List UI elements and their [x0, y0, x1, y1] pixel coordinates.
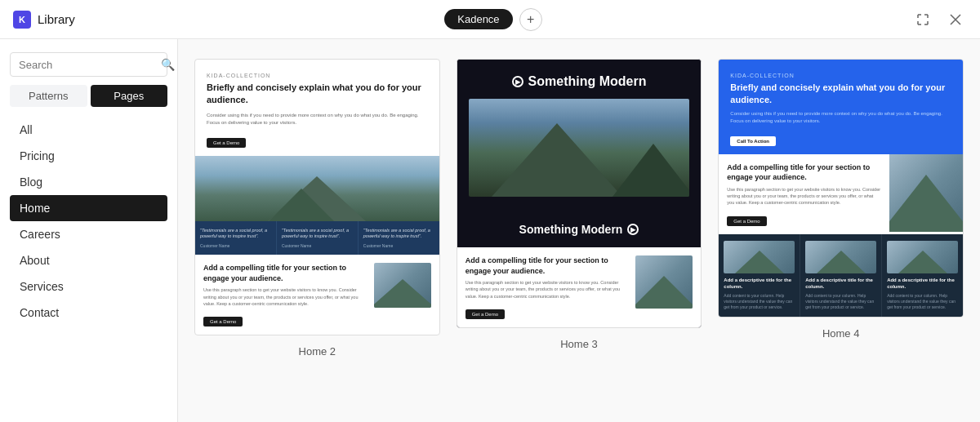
nav-item-blog[interactable]: Blog [10, 169, 167, 195]
h2-mountain-image [195, 156, 439, 221]
h4-bottom-image-1 [724, 241, 795, 273]
search-bar[interactable]: 🔍 [10, 52, 167, 77]
h2-section2-text: Add a compelling title for your section … [203, 263, 374, 326]
h4-bottom-text-1: Add content to your column. Help visitor… [724, 293, 795, 310]
h3-section2-image [635, 255, 693, 309]
h4-mid-text: Add a compelling title for your section … [719, 154, 889, 234]
h4-hero-text: Consider using this if you need to provi… [730, 110, 951, 125]
h4-hero-label: KIDA-COLLECTION [730, 73, 951, 78]
search-icon: 🔍 [161, 58, 175, 71]
h4-hero: KIDA-COLLECTION Briefly and concisely ex… [719, 60, 963, 154]
main-content: KIDA-COLLECTION Briefly and concisely ex… [178, 39, 980, 422]
search-input[interactable] [19, 59, 156, 71]
header-right [911, 8, 967, 31]
nav-item-all[interactable]: All [10, 117, 167, 143]
h4-bottom-image-3 [887, 241, 958, 273]
h3-section2-title: Add a compelling title for your section … [466, 255, 630, 276]
card-label-home2: Home 2 [299, 345, 336, 358]
h3-bottom: Something Modern ▶ [457, 211, 702, 247]
h4-bottom-grid: Add a descriptive title for the column. … [719, 234, 963, 317]
h4-mid-body: Use this paragraph section to get your w… [727, 186, 881, 207]
h2-hero-btn: Get a Demo [207, 138, 246, 148]
h3-section2: Add a compelling title for your section … [457, 247, 702, 327]
card-container-home2: KIDA-COLLECTION Briefly and concisely ex… [194, 59, 440, 358]
h2-section2-body: Use this paragraph section to get your w… [203, 287, 368, 307]
h4-bottom-text-2: Add content to your column. Help visitor… [805, 293, 876, 310]
header-center: Kadence + [444, 8, 541, 31]
card-home2[interactable]: KIDA-COLLECTION Briefly and concisely ex… [194, 59, 440, 335]
header: K Library Kadence + [0, 0, 980, 39]
h3-circle-icon: ▶ [512, 76, 523, 87]
close-button[interactable] [944, 8, 967, 31]
h3-hero: ▶ Something Modern [457, 60, 702, 211]
tab-pages[interactable]: Pages [91, 85, 168, 107]
h3-bottom-title: Something Modern ▶ [469, 223, 690, 236]
h4-bottom-text-3: Add content to your column. Help visitor… [887, 293, 958, 310]
cards-row: KIDA-COLLECTION Briefly and concisely ex… [194, 59, 964, 358]
h2-section2-btn: Get a Demo [203, 317, 243, 326]
h4-hero-title: Briefly and concisely explain what you d… [730, 82, 951, 107]
h2-section2: Add a compelling title for your section … [195, 255, 439, 335]
kadence-badge[interactable]: Kadence [444, 9, 512, 29]
h2-hero-label: KIDA-COLLECTION [207, 73, 428, 78]
h4-bottom-item-1: Add a descriptive title for the column. … [719, 234, 800, 317]
h2-section2-title: Add a compelling title for your section … [203, 263, 368, 283]
h3-mountain-image [469, 99, 690, 197]
h2-testimonial-3: "Testimonials are a social proof, a powe… [359, 221, 439, 255]
h4-bottom-title-2: Add a descriptive title for the column. [805, 277, 876, 291]
nav-item-careers[interactable]: Careers [10, 221, 167, 247]
tabs-row: Patterns Pages [10, 85, 167, 107]
h2-section2-image [374, 263, 431, 308]
card-home3[interactable]: ▶ Something Modern Something Modern ▶ [457, 59, 702, 328]
h4-hero-btn: Call To Action [730, 136, 776, 146]
h4-mid-image [889, 154, 963, 232]
h3-section2-text: Add a compelling title for your section … [466, 255, 636, 319]
h2-test-name-1: Customer Name [200, 243, 271, 248]
h4-bottom-image-2 [805, 241, 876, 273]
nav-item-services[interactable]: Services [10, 273, 167, 300]
nav-item-about[interactable]: About [10, 247, 167, 273]
card-label-home4: Home 4 [822, 327, 860, 340]
expand-button[interactable] [911, 8, 934, 31]
app-title: Library [38, 12, 75, 26]
nav-item-contact[interactable]: Contact [10, 300, 167, 326]
h2-test-name-2: Customer Name [282, 243, 353, 248]
h4-bottom-title-1: Add a descriptive title for the column. [724, 277, 795, 291]
card-container-home3: ▶ Something Modern Something Modern ▶ [457, 59, 702, 350]
h3-section2-body: Use this paragraph section to get your w… [466, 279, 630, 300]
h2-hero-title: Briefly and concisely explain what you d… [207, 82, 428, 107]
tab-patterns[interactable]: Patterns [10, 85, 87, 107]
nav-list: All Pricing Blog Home Careers About Serv… [10, 117, 167, 326]
h2-test-text-1: "Testimonials are a social proof, a powe… [200, 228, 271, 240]
h2-test-name-3: Customer Name [363, 243, 434, 248]
h2-hero-text: Consider using this if you need to provi… [207, 112, 428, 127]
h2-testimonial-2: "Testimonials are a social proof, a powe… [277, 221, 359, 255]
nav-item-pricing[interactable]: Pricing [10, 143, 167, 169]
body: 🔍 Patterns Pages All Pricing Blog Home C… [0, 39, 980, 422]
card-container-home4: KIDA-COLLECTION Briefly and concisely ex… [718, 59, 964, 340]
header-left: K Library [13, 11, 75, 29]
h2-testimonials: "Testimonials are a social proof, a powe… [195, 221, 439, 255]
h3-hero-title: ▶ Something Modern [469, 74, 690, 89]
h2-testimonial-1: "Testimonials are a social proof, a powe… [195, 221, 277, 255]
nav-item-home[interactable]: Home [10, 195, 167, 221]
h4-bottom-title-3: Add a descriptive title for the column. [887, 277, 958, 291]
card-label-home3: Home 3 [560, 338, 598, 350]
card-home4[interactable]: KIDA-COLLECTION Briefly and concisely ex… [718, 59, 964, 318]
h3-circle-icon-2: ▶ [627, 224, 639, 235]
h4-mid-btn: Get a Demo [727, 216, 766, 226]
h4-bottom-item-3: Add a descriptive title for the column. … [882, 234, 963, 317]
h3-section2-btn: Get a Demo [466, 309, 505, 319]
h4-mid-title: Add a compelling title for your section … [727, 162, 881, 183]
h2-test-text-3: "Testimonials are a social proof, a powe… [363, 228, 434, 240]
add-button[interactable]: + [519, 8, 542, 31]
h2-test-text-2: "Testimonials are a social proof, a powe… [282, 228, 353, 240]
h4-mid: Add a compelling title for your section … [719, 154, 963, 234]
h4-bottom-item-2: Add a descriptive title for the column. … [800, 234, 882, 317]
h2-hero: KIDA-COLLECTION Briefly and concisely ex… [195, 60, 439, 156]
sidebar: 🔍 Patterns Pages All Pricing Blog Home C… [0, 39, 178, 422]
app-logo: K [13, 11, 31, 29]
